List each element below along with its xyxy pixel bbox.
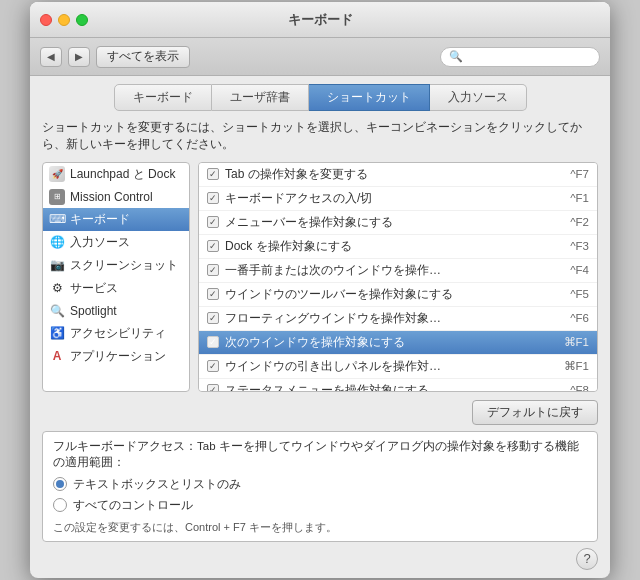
sidebar-item-keyboard[interactable]: ⌨ キーボード bbox=[43, 208, 189, 231]
services-icon: ⚙ bbox=[49, 280, 65, 296]
shortcut-check-9[interactable] bbox=[207, 384, 219, 392]
keyboard-icon: ⌨ bbox=[49, 211, 65, 227]
tab-shortcuts[interactable]: ショートカット bbox=[309, 84, 430, 111]
window-title: キーボード bbox=[288, 11, 353, 29]
shortcut-label-9: ステータスメニューを操作対象にする bbox=[225, 382, 564, 392]
shortcut-label-6: フローティングウインドウを操作対象… bbox=[225, 310, 564, 327]
back-button[interactable]: ◀ bbox=[40, 47, 62, 67]
accessibility-label: アクセシビリティ bbox=[70, 325, 166, 342]
tabs-row: キーボード ユーザ辞書 ショートカット 入力ソース bbox=[30, 76, 610, 111]
shortcut-key-6: ^F6 bbox=[570, 312, 589, 324]
keyboard-preferences-window: キーボード ◀ ▶ すべてを表示 🔍 キーボード ユーザ辞書 ショートカット 入… bbox=[30, 2, 610, 578]
shortcut-label-2: メニューバーを操作対象にする bbox=[225, 214, 564, 231]
sidebar-item-mission[interactable]: ⊞ Mission Control bbox=[43, 186, 189, 208]
search-icon: 🔍 bbox=[449, 50, 463, 63]
shortcut-check-2[interactable] bbox=[207, 216, 219, 228]
input-label: 入力ソース bbox=[70, 234, 130, 251]
sidebar-item-launchpad[interactable]: 🚀 Launchpad と Dock bbox=[43, 163, 189, 186]
toolbar: ◀ ▶ すべてを表示 🔍 bbox=[30, 38, 610, 76]
sidebar-item-input[interactable]: 🌐 入力ソース bbox=[43, 231, 189, 254]
shortcut-row-4[interactable]: 一番手前または次のウインドウを操作… ^F4 bbox=[199, 259, 597, 283]
shortcut-row-2[interactable]: メニューバーを操作対象にする ^F2 bbox=[199, 211, 597, 235]
close-button[interactable] bbox=[40, 14, 52, 26]
tab-keyboard[interactable]: キーボード bbox=[114, 84, 212, 111]
shortcut-row-8[interactable]: ウインドウの引き出しパネルを操作対… ⌘F1 bbox=[199, 355, 597, 379]
shortcut-key-0: ^F7 bbox=[570, 168, 589, 180]
shortcut-label-8: ウインドウの引き出しパネルを操作対… bbox=[225, 358, 558, 375]
titlebar: キーボード bbox=[30, 2, 610, 38]
description-text: ショートカットを変更するには、ショートカットを選択し、キーコンビネーションをクリ… bbox=[42, 119, 598, 154]
launchpad-icon: 🚀 bbox=[49, 166, 65, 182]
shortcut-label-3: Dock を操作対象にする bbox=[225, 238, 564, 255]
content-area: ショートカットを変更するには、ショートカットを選択し、キーコンビネーションをクリ… bbox=[30, 111, 610, 578]
shortcut-check-5[interactable] bbox=[207, 288, 219, 300]
accessibility-icon: ♿ bbox=[49, 325, 65, 341]
shortcut-check-0[interactable] bbox=[207, 168, 219, 180]
radio-all-controls-label: すべてのコントロール bbox=[73, 497, 193, 514]
sidebar-item-apps[interactable]: A アプリケーション bbox=[43, 345, 189, 368]
shortcut-key-8: ⌘F1 bbox=[564, 359, 589, 373]
screenshot-icon: 📷 bbox=[49, 257, 65, 273]
maximize-button[interactable] bbox=[76, 14, 88, 26]
apps-label: アプリケーション bbox=[70, 348, 166, 365]
default-button[interactable]: デフォルトに戻す bbox=[472, 400, 598, 425]
radio-all-controls-circle[interactable] bbox=[53, 498, 67, 512]
radio-textboxes-label: テキストボックスとリストのみ bbox=[73, 476, 241, 493]
shortcut-row-5[interactable]: ウインドウのツールバーを操作対象にする ^F5 bbox=[199, 283, 597, 307]
keyboard-label: キーボード bbox=[70, 211, 130, 228]
shortcut-check-3[interactable] bbox=[207, 240, 219, 252]
shortcut-key-7: ⌘F1 bbox=[564, 335, 589, 349]
launchpad-label: Launchpad と Dock bbox=[70, 166, 175, 183]
tab-input-source[interactable]: 入力ソース bbox=[430, 84, 527, 111]
shortcut-check-1[interactable] bbox=[207, 192, 219, 204]
sidebar-item-services[interactable]: ⚙ サービス bbox=[43, 277, 189, 300]
shortcut-key-2: ^F2 bbox=[570, 216, 589, 228]
tab-user-dict[interactable]: ユーザ辞書 bbox=[212, 84, 309, 111]
shortcuts-panel: Tab の操作対象を変更する ^F7 キーボードアクセスの入/切 ^F1 メニュ… bbox=[198, 162, 598, 392]
traffic-lights bbox=[40, 14, 88, 26]
help-button[interactable]: ? bbox=[576, 548, 598, 570]
kb-note: この設定を変更するには、Control + F7 キーを押します。 bbox=[53, 520, 587, 535]
sidebar: 🚀 Launchpad と Dock ⊞ Mission Control ⌨ キ… bbox=[42, 162, 190, 392]
apps-icon: A bbox=[49, 348, 65, 364]
shortcut-key-1: ^F1 bbox=[570, 192, 589, 204]
show-all-button[interactable]: すべてを表示 bbox=[96, 46, 190, 68]
sidebar-item-screenshot[interactable]: 📷 スクリーンショット bbox=[43, 254, 189, 277]
mission-icon: ⊞ bbox=[49, 189, 65, 205]
default-btn-row: デフォルトに戻す bbox=[42, 400, 598, 425]
help-btn-row: ? bbox=[42, 548, 598, 570]
mission-label: Mission Control bbox=[70, 190, 153, 204]
search-box[interactable]: 🔍 bbox=[440, 47, 600, 67]
shortcut-label-7: 次のウインドウを操作対象にする bbox=[225, 334, 558, 351]
shortcut-row-6[interactable]: フローティングウインドウを操作対象… ^F6 bbox=[199, 307, 597, 331]
sidebar-item-accessibility[interactable]: ♿ アクセシビリティ bbox=[43, 322, 189, 345]
shortcut-key-4: ^F4 bbox=[570, 264, 589, 276]
shortcut-row-9[interactable]: ステータスメニューを操作対象にする ^F8 bbox=[199, 379, 597, 392]
bottom-section: デフォルトに戻す フルキーボードアクセス：Tab キーを押してウインドウやダイア… bbox=[42, 400, 598, 570]
screenshot-label: スクリーンショット bbox=[70, 257, 178, 274]
radio-textboxes-circle[interactable] bbox=[53, 477, 67, 491]
shortcut-check-7[interactable] bbox=[207, 336, 219, 348]
kb-access-title: フルキーボードアクセス：Tab キーを押してウインドウやダイアログ内の操作対象を… bbox=[53, 438, 587, 470]
shortcut-key-3: ^F3 bbox=[570, 240, 589, 252]
main-panel: 🚀 Launchpad と Dock ⊞ Mission Control ⌨ キ… bbox=[42, 162, 598, 392]
shortcut-label-1: キーボードアクセスの入/切 bbox=[225, 190, 564, 207]
spotlight-icon: 🔍 bbox=[49, 303, 65, 319]
input-icon: 🌐 bbox=[49, 234, 65, 250]
sidebar-item-spotlight[interactable]: 🔍 Spotlight bbox=[43, 300, 189, 322]
shortcut-row-0[interactable]: Tab の操作対象を変更する ^F7 bbox=[199, 163, 597, 187]
shortcut-label-5: ウインドウのツールバーを操作対象にする bbox=[225, 286, 564, 303]
shortcut-row-1[interactable]: キーボードアクセスの入/切 ^F1 bbox=[199, 187, 597, 211]
shortcut-check-4[interactable] bbox=[207, 264, 219, 276]
shortcut-check-8[interactable] bbox=[207, 360, 219, 372]
radio-all-controls[interactable]: すべてのコントロール bbox=[53, 497, 587, 514]
shortcut-key-5: ^F5 bbox=[570, 288, 589, 300]
shortcut-check-6[interactable] bbox=[207, 312, 219, 324]
forward-button[interactable]: ▶ bbox=[68, 47, 90, 67]
minimize-button[interactable] bbox=[58, 14, 70, 26]
shortcut-label-4: 一番手前または次のウインドウを操作… bbox=[225, 262, 564, 279]
shortcut-row-3[interactable]: Dock を操作対象にする ^F3 bbox=[199, 235, 597, 259]
shortcut-row-7[interactable]: 次のウインドウを操作対象にする ⌘F1 bbox=[199, 331, 597, 355]
spotlight-label: Spotlight bbox=[70, 304, 117, 318]
radio-textboxes[interactable]: テキストボックスとリストのみ bbox=[53, 476, 587, 493]
